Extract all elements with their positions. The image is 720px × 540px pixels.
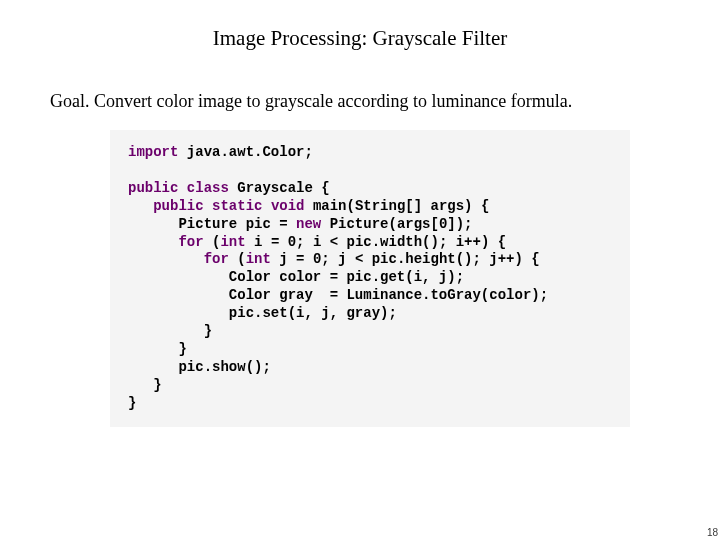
code-text: Picture pic =	[178, 216, 296, 232]
code-text: (	[229, 251, 246, 267]
indent	[128, 341, 178, 357]
kw-int: int	[246, 251, 271, 267]
code-text: i = 0; i < pic.width(); i++) {	[246, 234, 506, 250]
code-block: import java.awt.Color; public class Gray…	[110, 130, 630, 427]
code-text: }	[128, 395, 136, 411]
code-text: {	[313, 180, 330, 196]
code-text: java.awt.Color;	[178, 144, 312, 160]
code-text: Color color = pic.get(i, j);	[229, 269, 464, 285]
kw-static: static	[212, 198, 262, 214]
page-title: Image Processing: Grayscale Filter	[50, 26, 670, 51]
indent	[128, 198, 153, 214]
goal-text: Convert color image to grayscale accordi…	[90, 91, 573, 111]
goal-label: Goal.	[50, 91, 90, 111]
code-text: pic.set(i, j, gray);	[229, 305, 397, 321]
kw-int: int	[220, 234, 245, 250]
code-text: Color gray = Luminance.toGray(color);	[229, 287, 548, 303]
kw-public: public	[153, 198, 203, 214]
code-text: {	[473, 198, 490, 214]
kw-for: for	[204, 251, 229, 267]
class-name: Grayscale	[237, 180, 313, 196]
indent	[128, 269, 229, 285]
slide: Image Processing: Grayscale Filter Goal.…	[0, 0, 720, 427]
code-text: (	[204, 234, 221, 250]
indent	[128, 216, 178, 232]
indent	[128, 323, 204, 339]
kw-import: import	[128, 144, 178, 160]
method-name: main	[313, 198, 347, 214]
indent	[128, 287, 229, 303]
page-number: 18	[707, 527, 718, 538]
code-text: }	[178, 341, 186, 357]
indent	[128, 359, 178, 375]
code-text: Picture(args[0]);	[321, 216, 472, 232]
indent	[128, 377, 153, 393]
code-text: j = 0; j < pic.height(); j++) {	[271, 251, 540, 267]
indent	[128, 305, 229, 321]
code-text: }	[153, 377, 161, 393]
code-text: }	[204, 323, 212, 339]
kw-class: class	[187, 180, 229, 196]
code-text: pic.show();	[178, 359, 270, 375]
kw-public: public	[128, 180, 178, 196]
kw-for: for	[178, 234, 203, 250]
indent	[128, 234, 178, 250]
indent	[128, 251, 204, 267]
kw-new: new	[296, 216, 321, 232]
kw-void: void	[271, 198, 305, 214]
goal-line: Goal. Convert color image to grayscale a…	[50, 91, 670, 112]
code-text: (String[] args)	[347, 198, 473, 214]
